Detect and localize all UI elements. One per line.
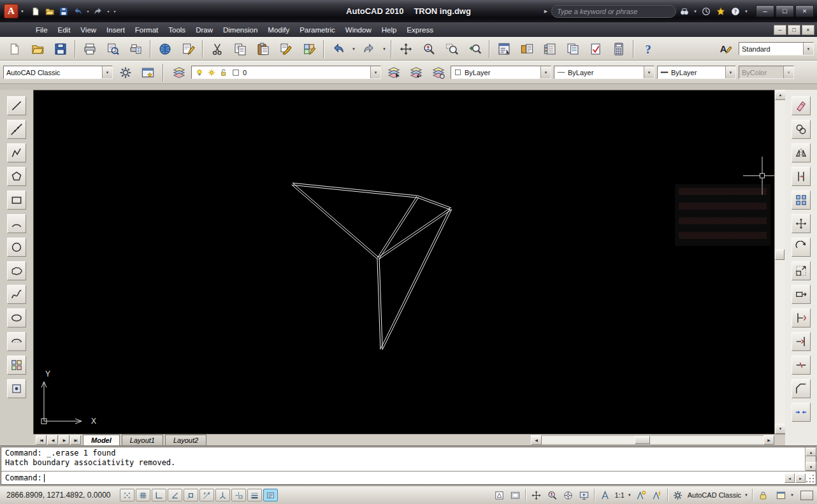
3d-dwf-icon[interactable] (154, 40, 177, 59)
quickcalc-icon[interactable] (607, 40, 630, 59)
command-scroll-down-icon[interactable]: ▼ (806, 462, 816, 471)
horizontal-scrollbar[interactable]: ◀ ▶ (531, 435, 774, 445)
undo-icon[interactable] (327, 40, 350, 59)
snap-icon[interactable] (120, 489, 134, 501)
minimize-button[interactable]: – (756, 5, 774, 17)
doc-restore-button[interactable]: □ (788, 25, 800, 35)
linetype-combo-caret-icon[interactable]: ▼ (644, 66, 654, 78)
lineweight-combo-caret-icon[interactable]: ▼ (725, 66, 735, 78)
undo-icon[interactable] (71, 4, 85, 18)
tab-first-icon[interactable]: |◀ (36, 435, 47, 445)
scroll-left-icon[interactable]: ◀ (531, 435, 542, 445)
dyn-icon[interactable] (231, 489, 246, 501)
tab-model[interactable]: Model (83, 435, 120, 445)
open-icon[interactable] (26, 40, 49, 59)
properties-icon[interactable] (493, 40, 516, 59)
break-icon[interactable] (792, 356, 811, 375)
markup-set-manager-icon[interactable] (584, 40, 607, 59)
workspace-switch-caret-icon[interactable]: ▼ (743, 493, 749, 497)
search-input[interactable] (557, 8, 670, 15)
horizontal-scroll-track[interactable] (542, 435, 763, 445)
menu-help[interactable]: Help (377, 24, 402, 36)
application-menu-button[interactable]: A ▼ (4, 4, 24, 18)
redo-drop[interactable]: ▼ (380, 40, 388, 59)
command-scroll-right-icon[interactable]: ▶ (795, 473, 806, 483)
paste-icon[interactable] (252, 40, 275, 59)
command-history-scrollbar[interactable]: ▲ ▼ (805, 447, 816, 471)
menu-draw[interactable]: Draw (191, 24, 218, 36)
ducs-icon[interactable] (215, 489, 230, 501)
save-icon[interactable] (57, 4, 71, 18)
array-icon[interactable] (792, 191, 811, 210)
infocenter-collapse-icon[interactable]: ▶ (542, 9, 549, 14)
stretch-icon[interactable] (792, 285, 811, 304)
line-icon[interactable] (7, 96, 26, 115)
tab-prev-icon[interactable]: ◀ (47, 435, 58, 445)
steering-wheel-icon[interactable] (560, 489, 575, 502)
workspace-switch-gear-icon[interactable] (670, 489, 686, 502)
toolbar-lock-icon[interactable] (755, 489, 770, 502)
resize-grip-icon[interactable] (806, 473, 815, 483)
move-icon[interactable] (792, 214, 811, 233)
command-history[interactable]: Command: _.erase 1 foundHatch boundary a… (1, 447, 805, 471)
copy-object-icon[interactable] (792, 120, 811, 139)
communication-center-icon[interactable] (700, 5, 712, 18)
color-combo-caret-icon[interactable]: ▼ (540, 66, 551, 78)
tab-next-icon[interactable]: ▶ (59, 435, 69, 445)
qp-icon[interactable] (263, 489, 278, 501)
polar-icon[interactable] (168, 489, 182, 501)
lineweight-combo[interactable]: ByLayer ▼ (657, 66, 736, 79)
circle-icon[interactable] (7, 238, 26, 257)
linetype-combo[interactable]: ByLayer ▼ (554, 66, 654, 79)
scroll-down-icon[interactable]: ▼ (775, 424, 786, 434)
tab-layout2[interactable]: Layout2 (165, 435, 206, 445)
coordinate-display[interactable]: 2866.8909, 1271.4892, 0.0000 (4, 489, 117, 501)
annotation-autoscale-icon[interactable] (649, 489, 665, 502)
layer-previous-icon[interactable] (406, 63, 426, 82)
otrack-icon[interactable] (199, 489, 214, 501)
open-icon[interactable] (43, 4, 57, 18)
menu-format[interactable]: Format (130, 24, 163, 36)
application-status-icon[interactable] (773, 489, 788, 502)
polygon-icon[interactable] (7, 167, 26, 186)
drawing-canvas[interactable]: YX (33, 90, 774, 434)
scroll-right-icon[interactable]: ▶ (763, 435, 774, 445)
zoom-realtime-icon[interactable] (417, 40, 440, 59)
cut-icon[interactable] (206, 40, 229, 59)
menu-window[interactable]: Window (340, 24, 377, 36)
undo-drop[interactable]: ▼ (350, 40, 358, 59)
status-zoom-icon[interactable] (544, 489, 560, 502)
clean-screen-button[interactable] (800, 491, 813, 500)
tool-palettes-icon[interactable] (539, 40, 561, 59)
ortho-icon[interactable] (152, 489, 166, 501)
zoom-window-icon[interactable] (440, 40, 463, 59)
layer-combo[interactable]: 0 ▼ (191, 66, 381, 79)
layout-space-icon[interactable] (507, 489, 523, 502)
workspace-switch-value[interactable]: AutoCAD Classic (686, 491, 742, 499)
command-scroll-left-icon[interactable]: ◀ (784, 473, 795, 483)
designcenter-icon[interactable] (516, 40, 539, 59)
model-space-icon[interactable] (491, 489, 507, 502)
menu-view[interactable]: View (75, 24, 101, 36)
mirror-icon[interactable] (792, 143, 811, 162)
workspace-settings-icon[interactable] (115, 63, 135, 82)
publish-icon[interactable] (124, 40, 147, 59)
match-properties-icon[interactable] (275, 40, 298, 59)
menu-tools[interactable]: Tools (163, 24, 191, 36)
show-motion-icon[interactable] (576, 489, 591, 502)
redo-icon[interactable] (91, 4, 105, 18)
layer-states-manager-icon[interactable] (428, 63, 448, 82)
rectangle-icon[interactable] (7, 191, 26, 210)
help-dropdown-caret-icon[interactable]: ▼ (744, 10, 749, 13)
favorites-icon[interactable] (714, 5, 727, 18)
command-scroll-up-icon[interactable]: ▲ (806, 447, 816, 456)
make-object-layer-current-icon[interactable] (384, 63, 403, 82)
qat-customize-drop[interactable]: ▼ (112, 4, 118, 18)
revision-cloud-icon[interactable] (7, 261, 26, 280)
block-editor-icon[interactable] (177, 40, 199, 59)
workspace-combo[interactable]: AutoCAD Classic ▼ (3, 66, 113, 79)
grid-icon[interactable] (136, 489, 150, 501)
rotate-icon[interactable] (792, 238, 811, 257)
undo-drop[interactable]: ▼ (85, 4, 91, 18)
lwt-icon[interactable] (247, 489, 262, 501)
